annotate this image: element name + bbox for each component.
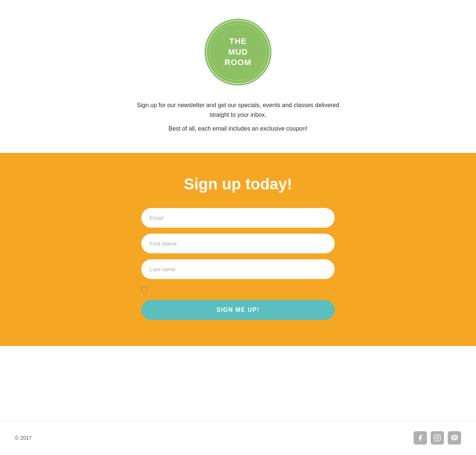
svg-point-1 bbox=[436, 437, 439, 439]
svg-rect-0 bbox=[434, 435, 441, 441]
lastname-field[interactable] bbox=[141, 259, 335, 279]
firstname-field[interactable] bbox=[141, 234, 335, 253]
footer: © 2017 bbox=[0, 420, 476, 455]
form-section: Sign up today! I am age 16 or older SIGN… bbox=[0, 153, 476, 346]
age-checkbox[interactable] bbox=[141, 286, 147, 292]
tagline: Sign up for our newsletter and get our s… bbox=[134, 100, 342, 138]
social-icons bbox=[414, 431, 461, 445]
facebook-icon[interactable] bbox=[414, 431, 427, 445]
logo-text: THE MUD ROOM bbox=[225, 36, 251, 68]
spacer bbox=[0, 346, 476, 420]
age-label[interactable]: I am age 16 or older bbox=[151, 286, 197, 292]
logo: THE MUD ROOM bbox=[205, 19, 271, 86]
age-check-row: I am age 16 or older bbox=[141, 286, 335, 292]
svg-point-2 bbox=[439, 436, 440, 436]
header-section: THE MUD ROOM Sign up for our newsletter … bbox=[0, 0, 476, 153]
signup-form: I am age 16 or older SIGN ME UP! bbox=[141, 208, 335, 320]
form-title: Sign up today! bbox=[184, 175, 292, 193]
email-field[interactable] bbox=[141, 208, 335, 228]
pinterest-icon[interactable] bbox=[448, 431, 461, 445]
tagline-line1: Sign up for our newsletter and get our s… bbox=[134, 100, 342, 119]
instagram-icon[interactable] bbox=[431, 431, 444, 445]
logo-line3: ROOM bbox=[225, 58, 251, 67]
logo-line2: MUD bbox=[228, 47, 248, 57]
sign-me-up-button[interactable]: SIGN ME UP! bbox=[141, 300, 335, 320]
logo-line1: THE bbox=[229, 36, 247, 46]
copyright: © 2017 bbox=[15, 435, 32, 441]
tagline-line2: Best of all, each email includes an excl… bbox=[134, 124, 342, 134]
